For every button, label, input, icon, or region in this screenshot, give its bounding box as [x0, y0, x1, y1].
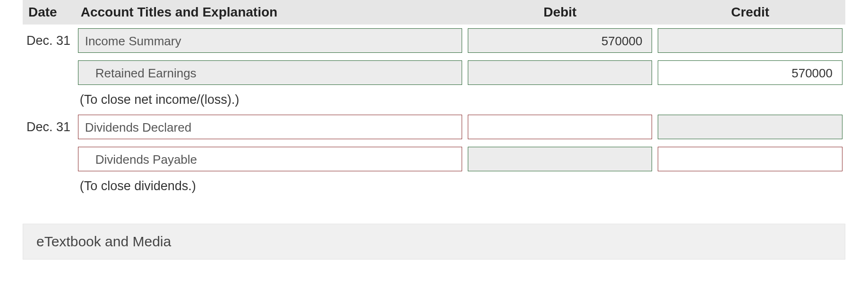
- journal-row: Dec. 31 Dividends Declared: [23, 111, 845, 143]
- header-account: Account Titles and Explanation: [75, 0, 465, 25]
- credit-input[interactable]: 570000: [658, 60, 842, 85]
- debit-input[interactable]: [468, 147, 653, 171]
- explanation-row: (To close net income/(loss).): [23, 89, 845, 111]
- header-debit: Debit: [465, 0, 655, 25]
- explanation-row: (To close dividends.): [23, 175, 845, 197]
- etextbook-media-bar[interactable]: eTextbook and Media: [23, 224, 845, 260]
- header-date: Date: [23, 0, 75, 25]
- debit-input[interactable]: [468, 115, 653, 139]
- date-cell: Dec. 31: [23, 25, 75, 57]
- explanation-text: (To close dividends.): [75, 175, 465, 197]
- explanation-text: (To close net income/(loss).): [75, 89, 465, 111]
- header-credit: Credit: [655, 0, 845, 25]
- account-input[interactable]: Retained Earnings: [78, 60, 462, 85]
- debit-input[interactable]: 570000: [468, 28, 653, 53]
- account-input[interactable]: Dividends Payable: [78, 147, 462, 171]
- journal-table: Date Account Titles and Explanation Debi…: [23, 0, 845, 197]
- journal-row: Dec. 31 Income Summary 570000: [23, 25, 845, 57]
- journal-row: Dividends Payable: [23, 143, 845, 175]
- account-input[interactable]: Income Summary: [78, 28, 462, 53]
- credit-input[interactable]: [658, 115, 842, 139]
- credit-input[interactable]: [658, 147, 842, 171]
- journal-row: Retained Earnings 570000: [23, 57, 845, 89]
- date-cell: Dec. 31: [23, 111, 75, 143]
- debit-input[interactable]: [468, 60, 653, 85]
- header-row: Date Account Titles and Explanation Debi…: [23, 0, 845, 25]
- credit-input[interactable]: [658, 28, 842, 53]
- account-input[interactable]: Dividends Declared: [78, 115, 462, 139]
